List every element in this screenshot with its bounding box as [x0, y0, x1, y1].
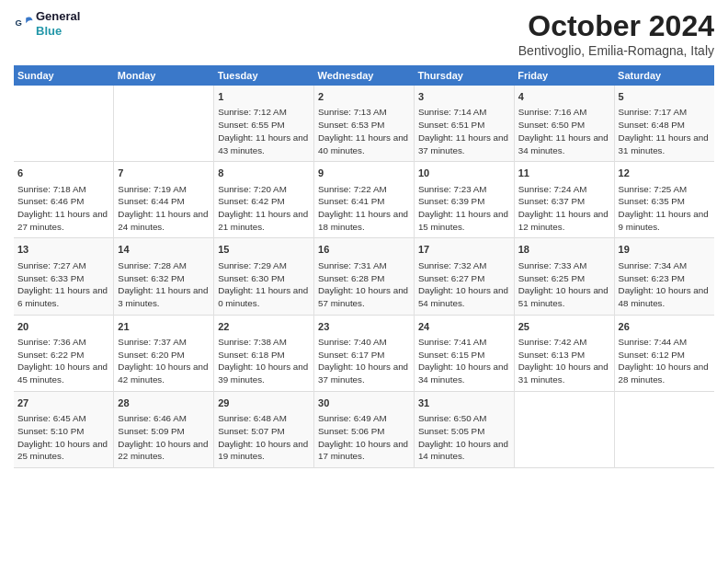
day-info: Sunrise: 7:14 AMSunset: 6:51 PMDaylight:…	[418, 106, 510, 156]
header-thursday: Thursday	[414, 65, 514, 86]
day-cell: 27Sunrise: 6:45 AMSunset: 5:10 PMDayligh…	[14, 391, 114, 467]
day-number: 2	[318, 90, 410, 104]
day-number: 6	[17, 167, 109, 180]
day-info: Sunrise: 7:33 AMSunset: 6:25 PMDaylight:…	[518, 259, 610, 310]
day-info: Sunrise: 6:45 AMSunset: 5:10 PMDaylight:…	[17, 412, 109, 463]
week-row-5: 27Sunrise: 6:45 AMSunset: 5:10 PMDayligh…	[14, 391, 714, 467]
day-number: 7	[118, 167, 210, 180]
day-number: 16	[318, 243, 410, 257]
week-row-2: 6Sunrise: 7:18 AMSunset: 6:46 PMDaylight…	[14, 162, 714, 238]
day-info: Sunrise: 7:44 AMSunset: 6:12 PMDaylight:…	[619, 336, 711, 386]
week-row-3: 13Sunrise: 7:27 AMSunset: 6:33 PMDayligh…	[14, 238, 714, 315]
day-info: Sunrise: 7:19 AMSunset: 6:44 PMDaylight:…	[118, 183, 210, 234]
day-cell: 14Sunrise: 7:28 AMSunset: 6:32 PMDayligh…	[114, 238, 214, 315]
day-cell: 6Sunrise: 7:18 AMSunset: 6:46 PMDaylight…	[14, 162, 114, 238]
day-number: 17	[418, 243, 510, 257]
day-cell: 18Sunrise: 7:33 AMSunset: 6:25 PMDayligh…	[514, 238, 614, 315]
header-wednesday: Wednesday	[314, 65, 415, 86]
day-cell: 29Sunrise: 6:48 AMSunset: 5:07 PMDayligh…	[214, 391, 314, 467]
header-saturday: Saturday	[614, 65, 714, 86]
day-info: Sunrise: 7:31 AMSunset: 6:28 PMDaylight:…	[318, 259, 410, 310]
day-number: 31	[418, 396, 510, 410]
day-info: Sunrise: 7:42 AMSunset: 6:13 PMDaylight:…	[518, 336, 610, 386]
day-number: 21	[118, 320, 210, 334]
day-number: 3	[418, 90, 510, 104]
header-monday: Monday	[114, 65, 214, 86]
week-row-4: 20Sunrise: 7:36 AMSunset: 6:22 PMDayligh…	[14, 315, 714, 391]
day-number: 1	[218, 90, 310, 104]
day-cell: 22Sunrise: 7:38 AMSunset: 6:18 PMDayligh…	[214, 315, 314, 391]
day-info: Sunrise: 7:24 AMSunset: 6:37 PMDaylight:…	[518, 183, 610, 234]
svg-text:G: G	[15, 17, 21, 28]
day-cell: 25Sunrise: 7:42 AMSunset: 6:13 PMDayligh…	[514, 315, 614, 391]
day-cell	[614, 391, 714, 467]
day-number: 8	[218, 167, 310, 180]
day-number: 14	[118, 243, 210, 257]
day-number: 4	[518, 90, 610, 104]
day-cell: 2Sunrise: 7:13 AMSunset: 6:53 PMDaylight…	[314, 86, 415, 162]
day-cell: 17Sunrise: 7:32 AMSunset: 6:27 PMDayligh…	[414, 238, 514, 315]
day-cell: 11Sunrise: 7:24 AMSunset: 6:37 PMDayligh…	[514, 162, 614, 238]
header-tuesday: Tuesday	[214, 65, 314, 86]
day-info: Sunrise: 7:16 AMSunset: 6:50 PMDaylight:…	[518, 106, 610, 156]
day-cell: 31Sunrise: 6:50 AMSunset: 5:05 PMDayligh…	[414, 391, 514, 467]
logo: G GeneralBlue	[14, 9, 80, 38]
day-cell: 1Sunrise: 7:12 AMSunset: 6:55 PMDaylight…	[214, 86, 314, 162]
month-title: October 2024	[518, 9, 714, 43]
day-cell	[14, 86, 114, 162]
day-number: 20	[17, 320, 109, 334]
day-info: Sunrise: 7:13 AMSunset: 6:53 PMDaylight:…	[318, 106, 410, 156]
day-cell: 7Sunrise: 7:19 AMSunset: 6:44 PMDaylight…	[114, 162, 214, 238]
day-info: Sunrise: 7:32 AMSunset: 6:27 PMDaylight:…	[418, 259, 510, 310]
day-cell: 30Sunrise: 6:49 AMSunset: 5:06 PMDayligh…	[314, 391, 415, 467]
day-number: 10	[418, 167, 510, 180]
day-info: Sunrise: 7:25 AMSunset: 6:35 PMDaylight:…	[619, 183, 711, 234]
day-info: Sunrise: 6:48 AMSunset: 5:07 PMDaylight:…	[218, 412, 310, 463]
location-subtitle: Bentivoglio, Emilia-Romagna, Italy	[518, 43, 714, 58]
day-number: 23	[318, 320, 410, 334]
day-cell: 10Sunrise: 7:23 AMSunset: 6:39 PMDayligh…	[414, 162, 514, 238]
day-number: 24	[418, 320, 510, 334]
day-info: Sunrise: 7:27 AMSunset: 6:33 PMDaylight:…	[17, 259, 109, 310]
day-info: Sunrise: 7:34 AMSunset: 6:23 PMDaylight:…	[619, 259, 711, 310]
day-number: 11	[518, 167, 610, 180]
day-cell: 19Sunrise: 7:34 AMSunset: 6:23 PMDayligh…	[614, 238, 714, 315]
day-number: 5	[619, 90, 711, 104]
logo-text: GeneralBlue	[36, 9, 80, 38]
day-info: Sunrise: 7:28 AMSunset: 6:32 PMDaylight:…	[118, 259, 210, 310]
header-sunday: Sunday	[14, 65, 114, 86]
day-cell: 5Sunrise: 7:17 AMSunset: 6:48 PMDaylight…	[614, 86, 714, 162]
day-cell: 9Sunrise: 7:22 AMSunset: 6:41 PMDaylight…	[314, 162, 415, 238]
day-info: Sunrise: 7:17 AMSunset: 6:48 PMDaylight:…	[619, 106, 711, 156]
day-cell: 3Sunrise: 7:14 AMSunset: 6:51 PMDaylight…	[414, 86, 514, 162]
day-cell: 26Sunrise: 7:44 AMSunset: 6:12 PMDayligh…	[614, 315, 714, 391]
day-number: 28	[118, 396, 210, 410]
day-cell: 24Sunrise: 7:41 AMSunset: 6:15 PMDayligh…	[414, 315, 514, 391]
day-number: 18	[518, 243, 610, 257]
week-row-1: 1Sunrise: 7:12 AMSunset: 6:55 PMDaylight…	[14, 86, 714, 162]
title-block: October 2024 Bentivoglio, Emilia-Romagna…	[518, 9, 714, 58]
day-info: Sunrise: 7:37 AMSunset: 6:20 PMDaylight:…	[118, 336, 210, 386]
day-info: Sunrise: 6:50 AMSunset: 5:05 PMDaylight:…	[418, 412, 510, 463]
calendar-table: SundayMondayTuesdayWednesdayThursdayFrid…	[14, 65, 714, 468]
calendar-header-row: SundayMondayTuesdayWednesdayThursdayFrid…	[14, 65, 714, 86]
day-info: Sunrise: 6:49 AMSunset: 5:06 PMDaylight:…	[318, 412, 410, 463]
day-info: Sunrise: 7:41 AMSunset: 6:15 PMDaylight:…	[418, 336, 510, 386]
day-info: Sunrise: 7:29 AMSunset: 6:30 PMDaylight:…	[218, 259, 310, 310]
day-cell: 28Sunrise: 6:46 AMSunset: 5:09 PMDayligh…	[114, 391, 214, 467]
day-cell	[114, 86, 214, 162]
day-info: Sunrise: 7:20 AMSunset: 6:42 PMDaylight:…	[218, 183, 310, 234]
day-cell: 13Sunrise: 7:27 AMSunset: 6:33 PMDayligh…	[14, 238, 114, 315]
day-info: Sunrise: 7:36 AMSunset: 6:22 PMDaylight:…	[17, 336, 109, 386]
day-info: Sunrise: 7:18 AMSunset: 6:46 PMDaylight:…	[17, 183, 109, 234]
day-number: 19	[619, 243, 711, 257]
day-info: Sunrise: 7:23 AMSunset: 6:39 PMDaylight:…	[418, 183, 510, 234]
day-number: 29	[218, 396, 310, 410]
header-friday: Friday	[514, 65, 614, 86]
day-info: Sunrise: 7:12 AMSunset: 6:55 PMDaylight:…	[218, 106, 310, 156]
logo-icon: G	[14, 14, 34, 34]
day-number: 26	[619, 320, 711, 334]
day-cell	[514, 391, 614, 467]
day-info: Sunrise: 6:46 AMSunset: 5:09 PMDaylight:…	[118, 412, 210, 463]
day-number: 27	[17, 396, 109, 410]
